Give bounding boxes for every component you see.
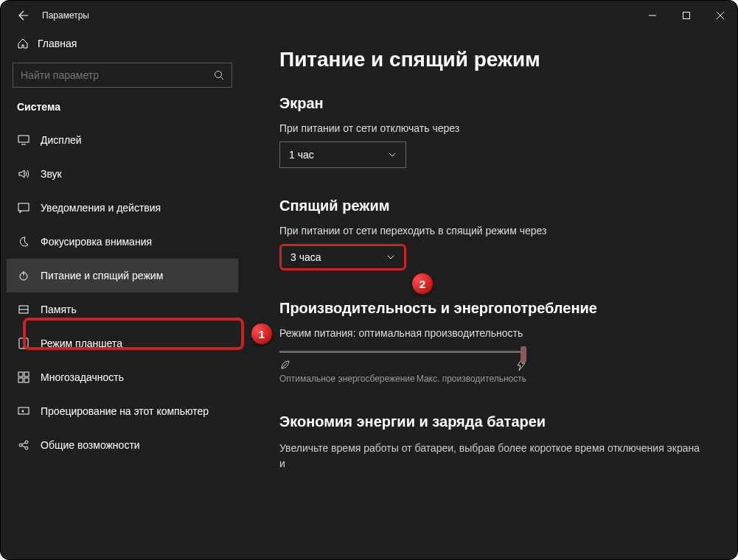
sleep-label: При питании от сети переходить в спящий … (279, 225, 702, 237)
power-slider[interactable] (279, 351, 526, 353)
sidebar-item-shared[interactable]: Общие возможности (7, 428, 238, 462)
svg-rect-16 (24, 372, 29, 377)
titlebar: Параметры (1, 1, 737, 30)
display-icon (17, 133, 30, 147)
svg-line-5 (221, 77, 224, 80)
sidebar-item-sound[interactable]: Звук (7, 157, 238, 191)
perf-max-label: Макс. производительность (417, 374, 526, 384)
perf-min-label: Оптимальное энергосбережение (279, 374, 415, 384)
project-icon (17, 405, 30, 418)
chevron-down-icon (388, 150, 397, 159)
category-heading: Система (7, 101, 238, 123)
storage-icon (17, 303, 30, 316)
perf-heading: Производительность и энергопотребление (279, 300, 702, 317)
sleep-heading: Спящий режим (279, 197, 702, 214)
svg-line-24 (22, 446, 25, 447)
svg-rect-18 (24, 378, 29, 382)
sidebar-item-storage[interactable]: Память (7, 293, 238, 326)
screen-off-select[interactable]: 1 час (279, 141, 406, 168)
svg-point-22 (25, 447, 28, 449)
nav-list: ДисплейЗвукУведомления и действияФокусир… (7, 123, 238, 462)
sidebar-item-tablet[interactable]: Режим планшета (7, 326, 238, 360)
search-icon (214, 70, 224, 80)
notify-icon (17, 201, 30, 214)
multitask-icon (17, 371, 30, 384)
search-field[interactable] (13, 63, 232, 88)
sidebar-item-label: Память (41, 304, 77, 315)
home-link[interactable]: Главная (7, 30, 238, 57)
sidebar-item-label: Звук (41, 168, 62, 180)
svg-point-21 (25, 441, 28, 444)
chevron-down-icon (386, 253, 395, 262)
sidebar-item-label: Режим планшета (41, 337, 122, 349)
power-mode-label: Режим питания: оптимальная производитель… (279, 327, 702, 339)
battery-text: Увеличьте время работы от батареи, выбра… (279, 441, 702, 472)
search-input[interactable] (21, 69, 214, 81)
svg-line-23 (22, 443, 25, 444)
sidebar-item-project[interactable]: Проецирование на этот компьютер (7, 394, 238, 428)
sidebar-item-label: Дисплей (41, 134, 82, 146)
svg-rect-17 (18, 378, 23, 382)
slider-thumb[interactable] (521, 346, 526, 363)
shared-icon (17, 438, 30, 452)
settings-window: Параметры Главная Система ДисплейЗвукУве… (0, 0, 738, 560)
home-label: Главная (38, 38, 77, 49)
sleep-value: 3 часа (290, 251, 321, 263)
battery-heading: Экономия энергии и заряда батареи (279, 413, 702, 430)
sidebar-item-power[interactable]: Питание и спящий режим (7, 259, 238, 293)
screen-off-value: 1 час (289, 149, 314, 161)
svg-point-20 (19, 444, 22, 447)
sidebar-item-label: Многозадачность (41, 371, 124, 383)
home-icon (17, 38, 29, 49)
sidebar: Главная Система ДисплейЗвукУведомления и… (1, 30, 244, 559)
sidebar-item-display[interactable]: Дисплей (7, 123, 238, 157)
back-button[interactable] (11, 4, 33, 27)
maximize-button[interactable] (669, 1, 703, 30)
moon-icon (17, 235, 30, 248)
main-content: Питание и спящий режим Экран При питании… (244, 30, 737, 559)
window-title: Параметры (42, 10, 89, 21)
sidebar-item-label: Общие возможности (41, 439, 140, 451)
svg-rect-6 (18, 136, 29, 142)
sound-icon (17, 167, 30, 181)
svg-rect-1 (683, 13, 690, 19)
svg-rect-15 (18, 372, 23, 377)
sidebar-item-label: Питание и спящий режим (41, 270, 163, 281)
sidebar-item-label: Фокусировка внимания (41, 236, 152, 248)
svg-rect-8 (18, 203, 29, 211)
sleep-select[interactable]: 3 часа (279, 244, 406, 270)
sidebar-item-moon[interactable]: Фокусировка внимания (7, 225, 238, 259)
leaf-icon (279, 359, 291, 371)
tablet-icon (17, 337, 30, 350)
svg-point-4 (215, 71, 222, 78)
close-button[interactable] (703, 1, 737, 30)
sidebar-item-label: Уведомления и действия (41, 202, 161, 214)
sidebar-item-multitask[interactable]: Многозадачность (7, 360, 238, 394)
sidebar-item-notify[interactable]: Уведомления и действия (7, 191, 238, 225)
minimize-button[interactable] (636, 1, 669, 30)
svg-point-14 (23, 346, 24, 348)
page-title: Питание и спящий режим (279, 48, 702, 71)
sidebar-item-label: Проецирование на этот компьютер (41, 405, 209, 417)
screen-heading: Экран (279, 95, 702, 112)
power-icon (17, 269, 30, 282)
screen-off-label: При питании от сети отключать через (279, 122, 702, 134)
